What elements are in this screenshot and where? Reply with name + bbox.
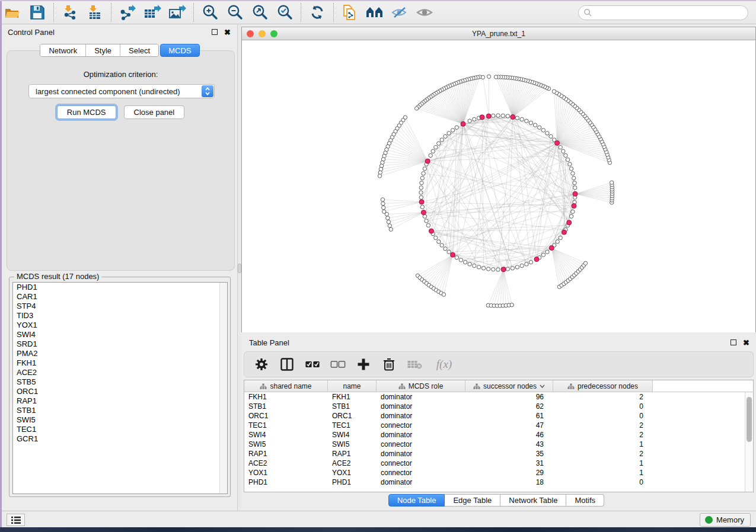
graph-mcds-hub-node[interactable] [534, 257, 539, 262]
graph-node[interactable] [533, 123, 537, 127]
float-table-panel-icon[interactable] [729, 339, 737, 347]
mcds-node-item[interactable]: SWI4 [13, 330, 227, 339]
graph-node[interactable] [447, 132, 451, 135]
graph-node[interactable] [459, 258, 462, 262]
graph-node[interactable] [455, 126, 458, 129]
mcds-node-item[interactable]: YOX1 [13, 321, 227, 330]
graph-node[interactable] [515, 116, 519, 120]
duplicate-network-button[interactable] [339, 2, 361, 23]
table-row[interactable]: PHD1PHD1dominator180 [244, 477, 753, 487]
graph-node[interactable] [520, 117, 524, 121]
import-table-button[interactable] [84, 2, 106, 23]
tab-mcds[interactable]: MCDS [160, 44, 199, 57]
graph-node[interactable] [569, 167, 573, 171]
graph-node[interactable] [420, 176, 424, 180]
graph-node[interactable] [437, 240, 441, 243]
graph-mcds-hub-node[interactable] [461, 121, 465, 126]
graph-node[interactable] [501, 114, 505, 117]
table-row[interactable]: ACE2ACE2connector311 [244, 459, 753, 468]
graph-node[interactable] [419, 186, 423, 190]
graph-leaf-node[interactable] [388, 224, 391, 227]
column-header-successor-nodes[interactable]: successor nodes [465, 380, 553, 392]
mcds-node-item[interactable]: RAP1 [13, 396, 227, 406]
graph-node[interactable] [463, 260, 467, 264]
graph-node[interactable] [434, 236, 438, 239]
graph-node[interactable] [559, 236, 562, 239]
zoom-out-button[interactable] [224, 2, 246, 23]
tab-edge-table[interactable]: Edge Table [445, 494, 500, 507]
graph-leaf-node[interactable] [381, 198, 384, 201]
criterion-dropdown[interactable]: largest connected component (undirected) [28, 84, 215, 98]
close-table-panel-icon[interactable]: ✖ [742, 339, 750, 347]
mcds-node-item[interactable]: STB1 [13, 406, 227, 415]
table-row[interactable]: RAP1RAP1dominator352 [244, 449, 753, 459]
split-panel-button[interactable] [279, 357, 295, 372]
graph-leaf-node[interactable] [510, 303, 513, 307]
tab-network[interactable]: Network [40, 44, 86, 56]
graph-node[interactable] [573, 186, 577, 190]
graph-node[interactable] [515, 265, 519, 269]
graph-node[interactable] [556, 240, 559, 243]
graph-node[interactable] [481, 267, 485, 270]
graph-node[interactable] [525, 119, 528, 123]
hide-selected-button[interactable] [388, 2, 411, 23]
graph-node[interactable] [444, 247, 447, 251]
graph-node[interactable] [511, 267, 514, 270]
fit-content-button[interactable] [248, 2, 271, 23]
first-neighbors-button[interactable] [363, 2, 386, 23]
mcds-node-item[interactable]: TEC1 [13, 425, 227, 434]
graph-node[interactable] [473, 264, 476, 267]
graph-node[interactable] [506, 267, 509, 271]
graph-leaf-node[interactable] [583, 261, 587, 265]
tab-node-table[interactable]: Node Table [388, 494, 445, 507]
graph-node[interactable] [572, 176, 576, 180]
graph-leaf-node[interactable] [487, 75, 490, 78]
graph-node[interactable] [546, 132, 549, 135]
graph-node[interactable] [571, 210, 575, 213]
table-scrollbar[interactable] [745, 392, 753, 492]
table-row[interactable]: FKH1FKH1dominator962 [244, 392, 753, 402]
graph-leaf-node[interactable] [610, 181, 614, 184]
tab-select[interactable]: Select [120, 44, 158, 56]
graph-node[interactable] [419, 191, 423, 194]
graph-node[interactable] [529, 260, 532, 264]
graph-leaf-node[interactable] [381, 202, 385, 206]
select-all-button[interactable] [305, 357, 320, 372]
graph-mcds-hub-node[interactable] [562, 230, 566, 235]
graph-node[interactable] [451, 129, 454, 132]
graph-leaf-node[interactable] [385, 212, 388, 216]
add-column-button[interactable] [356, 357, 371, 372]
graph-node[interactable] [492, 114, 495, 117]
graph-node[interactable] [573, 181, 576, 185]
graph-node[interactable] [492, 268, 495, 271]
show-all-button[interactable] [413, 2, 436, 23]
network-canvas[interactable] [242, 40, 755, 332]
run-mcds-button[interactable]: Run MCDS [57, 105, 116, 119]
graph-node[interactable] [559, 145, 562, 149]
table-row[interactable]: TEC1TEC1connector472 [244, 421, 753, 430]
import-network-button[interactable] [59, 2, 81, 23]
table-settings-button[interactable] [254, 357, 269, 372]
zoom-in-button[interactable] [199, 2, 221, 23]
graph-mcds-hub-node[interactable] [555, 140, 560, 145]
mcds-node-item[interactable]: STB5 [13, 377, 227, 387]
graph-node[interactable] [419, 196, 423, 199]
graph-node[interactable] [541, 253, 545, 257]
graph-node[interactable] [546, 250, 549, 254]
graph-node[interactable] [468, 262, 471, 266]
graph-node[interactable] [447, 250, 451, 254]
table-row[interactable]: ORC1ORC1dominator610 [244, 411, 753, 421]
column-header-shared-name[interactable]: shared name [244, 380, 328, 392]
tab-motifs[interactable]: Motifs [566, 494, 604, 507]
graph-leaf-node[interactable] [389, 227, 393, 231]
graph-mcds-hub-node[interactable] [573, 191, 578, 196]
mcds-node-item[interactable]: CAR1 [13, 292, 227, 302]
graph-mcds-hub-node[interactable] [511, 114, 515, 119]
graph-node[interactable] [529, 121, 532, 124]
close-panel-button[interactable]: Close panel [124, 105, 185, 119]
graph-node[interactable] [422, 172, 425, 175]
open-file-button[interactable] [1, 2, 24, 23]
graph-node[interactable] [520, 264, 524, 267]
mcds-node-item[interactable]: ORC1 [13, 387, 227, 396]
mcds-node-item[interactable]: STP4 [13, 302, 227, 311]
